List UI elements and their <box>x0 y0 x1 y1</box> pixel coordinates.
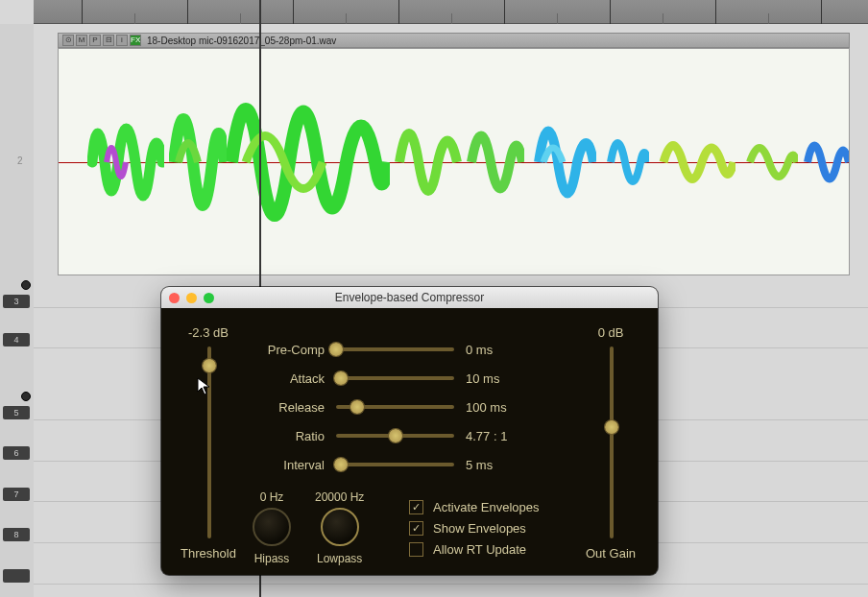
lowpass-value: 20000 Hz <box>315 490 364 504</box>
lowpass-caption: Lowpass <box>315 552 364 565</box>
item-btn-fx[interactable]: FX <box>130 35 141 46</box>
waveform-blob <box>395 85 462 239</box>
hipass-caption: Hipass <box>253 552 291 565</box>
track-number-slot[interactable]: 7 <box>3 488 30 501</box>
audio-item-header[interactable]: ⊙ M P ⊟ i FX 18-Desktop mic-09162017_05-… <box>58 33 850 48</box>
outgain-value: 0 dB <box>577 325 644 340</box>
check-show-envelopes[interactable]: ✓ Show Envelopes <box>409 521 526 536</box>
checkbox-label: Show Envelopes <box>433 521 526 536</box>
slider-value: 10 ms <box>466 371 533 386</box>
checkbox-label: Activate Envelopes <box>433 500 540 514</box>
track-number: 2 <box>17 155 23 166</box>
slider-label: Ratio <box>257 429 325 443</box>
track-number-slot[interactable]: 8 <box>3 528 30 541</box>
waveform-blob <box>534 85 596 239</box>
window-zoom-button[interactable] <box>204 293 214 303</box>
outgain-caption: Out Gain <box>577 546 644 561</box>
waveform-blob <box>87 76 164 249</box>
item-btn-mute[interactable]: M <box>76 35 87 46</box>
slider-value: 100 ms <box>466 400 533 415</box>
hipass-knob[interactable] <box>253 508 291 546</box>
slider-label: Interval <box>257 458 325 472</box>
checkbox-icon[interactable]: ✓ <box>409 521 423 536</box>
outgain-thumb[interactable] <box>605 420 618 434</box>
item-btn-lock[interactable]: ⊟ <box>103 35 114 46</box>
waveform-blob <box>227 52 390 273</box>
waveform-blob <box>803 109 850 215</box>
window-titlebar[interactable]: Envelope-based Compressor <box>161 287 658 308</box>
threshold-caption: Threshold <box>175 546 242 561</box>
slider-thumb[interactable] <box>334 458 348 471</box>
waveform-blob <box>606 105 649 220</box>
threshold-thumb[interactable] <box>203 359 216 372</box>
slider-label: Release <box>257 400 325 415</box>
slider-thumb[interactable] <box>329 343 343 356</box>
slider-ratio: Ratio 4.77 : 1 <box>257 425 533 446</box>
track-number-slot[interactable]: 6 <box>3 446 30 460</box>
lowpass-knob-group: 20000 Hz Lowpass <box>315 490 364 565</box>
slider-value: 4.77 : 1 <box>466 429 533 443</box>
track-number-slot[interactable] <box>3 569 30 583</box>
hipass-value: 0 Hz <box>253 490 291 504</box>
slider-release: Release 100 ms <box>257 396 533 418</box>
outgain-track[interactable] <box>610 346 614 538</box>
window-title: Envelope-based Compressor <box>161 291 658 304</box>
slider-interval: Interval 5 ms <box>257 454 533 475</box>
waveform-blob <box>659 105 735 220</box>
slider-precomp: Pre-Comp 0 ms <box>257 339 533 360</box>
slider-thumb[interactable] <box>350 400 364 414</box>
waveform-blob <box>745 114 798 210</box>
threshold-value: -2.3 dB <box>175 325 242 340</box>
slider-label: Pre-Comp <box>257 343 325 357</box>
item-btn-info[interactable]: i <box>116 35 128 46</box>
waveform-blob <box>467 90 524 234</box>
slider-track[interactable] <box>336 376 454 380</box>
item-btn-generic[interactable]: ⊙ <box>62 35 74 46</box>
audio-waveform[interactable] <box>58 48 850 275</box>
track-number-slot[interactable]: 5 <box>3 406 30 419</box>
lowpass-knob[interactable] <box>321 508 359 546</box>
slider-track[interactable] <box>336 405 454 409</box>
window-minimize-button[interactable] <box>186 293 197 303</box>
timeline-ruler[interactable] <box>34 0 868 24</box>
slider-track[interactable] <box>336 347 454 351</box>
item-filename: 18-Desktop mic-09162017_05-28pm-01.wav <box>147 36 336 46</box>
plugin-window: Envelope-based Compressor -2.3 dB Thresh… <box>161 287 658 575</box>
slider-track[interactable] <box>336 463 454 466</box>
track-mute-knob[interactable] <box>21 280 31 290</box>
slider-thumb[interactable] <box>334 371 348 385</box>
threshold-track[interactable] <box>207 346 211 538</box>
track-controls-panel: 2 3 4 5 6 7 8 <box>0 24 34 597</box>
track-number-slot[interactable]: 3 <box>3 295 30 308</box>
window-close-button[interactable] <box>169 293 180 303</box>
slider-value: 5 ms <box>466 458 533 472</box>
check-allow-rt-update[interactable]: Allow RT Update <box>409 542 526 557</box>
slider-attack: Attack 10 ms <box>257 368 533 389</box>
slider-value: 0 ms <box>466 343 533 357</box>
track-mute-knob[interactable] <box>21 392 31 401</box>
slider-label: Attack <box>257 371 325 386</box>
hipass-knob-group: 0 Hz Hipass <box>253 490 291 565</box>
track-number-slot[interactable]: 4 <box>3 333 30 346</box>
item-btn-phase[interactable]: P <box>89 35 101 46</box>
slider-thumb[interactable] <box>389 429 402 442</box>
slider-track[interactable] <box>336 434 454 438</box>
check-activate-envelopes[interactable]: ✓ Activate Envelopes <box>409 500 540 514</box>
checkbox-icon[interactable] <box>409 542 423 557</box>
checkbox-icon[interactable]: ✓ <box>409 500 423 514</box>
waveform-blob <box>169 66 227 258</box>
checkbox-label: Allow RT Update <box>433 542 526 557</box>
